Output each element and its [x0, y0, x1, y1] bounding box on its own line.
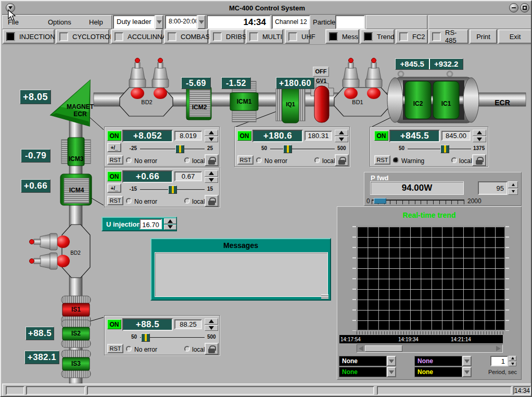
local-radio[interactable]	[451, 157, 457, 163]
spin-up-button[interactable]	[205, 318, 218, 325]
spin-down-button[interactable]	[473, 137, 486, 143]
lock-button[interactable]	[205, 343, 219, 355]
local-radio[interactable]	[314, 157, 320, 163]
vessel-bd2-top[interactable]	[120, 58, 173, 117]
local-radio[interactable]	[184, 157, 190, 163]
spin-up-button[interactable]	[205, 130, 218, 136]
local-radio[interactable]	[184, 198, 190, 204]
rst-button[interactable]: RST	[374, 155, 390, 165]
slider-handle[interactable]	[440, 145, 449, 153]
spin-up-button[interactable]	[473, 130, 486, 136]
u-injection-spinner[interactable]	[164, 218, 176, 230]
plus-minus-button[interactable]: +/_	[107, 183, 121, 193]
period-spinner[interactable]	[509, 356, 516, 366]
u-injection-value[interactable]: 16.70	[140, 219, 162, 229]
spinner[interactable]	[205, 170, 218, 183]
spinner[interactable]	[335, 130, 348, 142]
p-fwd-slider-handle[interactable]	[374, 198, 386, 204]
spinner[interactable]	[205, 318, 218, 331]
y-axis-ticks-left	[352, 226, 356, 331]
on-button[interactable]: ON	[107, 319, 121, 329]
setpoint-field[interactable]: 845.00	[441, 131, 471, 141]
dropdown-button[interactable]	[387, 356, 396, 366]
spin-up-button[interactable]	[164, 218, 176, 224]
trend-channel-select-1[interactable]: None	[339, 356, 396, 366]
on-button[interactable]: ON	[107, 171, 121, 181]
slider-handle[interactable]	[141, 333, 150, 342]
trend-chart[interactable]	[357, 226, 505, 330]
icm2-device[interactable]	[186, 86, 211, 120]
valve-icon[interactable]	[365, 58, 382, 100]
slider-track[interactable]	[140, 189, 205, 191]
rst-button[interactable]: RST	[107, 196, 123, 205]
dropdown-button[interactable]	[462, 356, 472, 366]
trend-channel-select-4[interactable]: None	[414, 367, 472, 377]
spin-up-button[interactable]	[508, 181, 518, 188]
ic-cylinder[interactable]	[387, 71, 479, 123]
selected-value[interactable]: None	[414, 367, 462, 377]
setpoint-field[interactable]: 0.67	[174, 171, 202, 181]
spin-up-button[interactable]	[335, 130, 348, 136]
spin-down-button[interactable]	[509, 362, 516, 367]
valve-icon[interactable]	[152, 58, 169, 100]
error-radio[interactable]	[126, 346, 132, 352]
spin-down-button[interactable]	[205, 137, 218, 143]
rst-button[interactable]: RST	[237, 155, 254, 165]
valve-icon[interactable]	[129, 58, 146, 100]
spin-down-button[interactable]	[205, 177, 218, 183]
local-radio[interactable]	[184, 346, 190, 352]
selected-value[interactable]: None	[339, 356, 387, 366]
slider-track[interactable]	[408, 148, 471, 150]
scroll-right-icon[interactable]	[496, 346, 501, 351]
valve-icon[interactable]	[30, 233, 70, 250]
valve-icon[interactable]	[343, 58, 359, 100]
trend-channel-select-3[interactable]: None	[414, 356, 472, 366]
slider-track[interactable]	[140, 337, 205, 339]
dropdown-button[interactable]	[462, 367, 472, 377]
trend-channel-select-2[interactable]: None	[339, 367, 396, 377]
slider-handle[interactable]	[168, 185, 177, 194]
vessel-bd1[interactable]	[334, 58, 390, 117]
spin-up-button[interactable]	[509, 356, 516, 361]
messages-list[interactable]	[155, 252, 328, 297]
spin-down-button[interactable]	[508, 189, 518, 195]
spin-down-button[interactable]	[164, 225, 176, 230]
lock-button[interactable]	[335, 154, 349, 166]
spin-down-button[interactable]	[335, 137, 348, 143]
error-radio[interactable]	[256, 157, 262, 163]
dropdown-button[interactable]	[387, 367, 396, 377]
slider-handle[interactable]	[175, 145, 184, 153]
spinner[interactable]	[205, 130, 218, 142]
trend-scrollbar[interactable]	[357, 344, 503, 353]
slider-track[interactable]	[270, 148, 335, 150]
scrollbar-thumb[interactable]	[365, 345, 402, 352]
on-button[interactable]: ON	[107, 131, 121, 141]
on-button[interactable]: ON	[374, 131, 388, 141]
rst-button[interactable]: RST	[107, 344, 123, 353]
rst-button[interactable]: RST	[107, 155, 123, 165]
lock-button[interactable]	[472, 154, 486, 166]
setpoint-field[interactable]: 88.25	[174, 319, 202, 329]
error-radio[interactable]	[126, 198, 132, 204]
selected-value[interactable]: None	[414, 356, 462, 366]
slider-track[interactable]	[140, 148, 205, 150]
error-radio[interactable]	[126, 157, 132, 163]
spin-down-button[interactable]	[205, 325, 218, 331]
p-fwd-spinner[interactable]	[508, 181, 518, 195]
spinner[interactable]	[473, 130, 486, 142]
selected-value[interactable]: None	[339, 367, 387, 377]
on-button[interactable]: ON	[237, 131, 251, 141]
lock-button[interactable]	[205, 154, 219, 166]
slider-handle[interactable]	[283, 145, 292, 153]
lock-button[interactable]	[205, 195, 219, 207]
resize-grip-icon[interactable]	[321, 294, 328, 299]
spin-up-button[interactable]	[205, 170, 218, 177]
setpoint-field[interactable]: 180.31	[305, 131, 332, 141]
p-fwd-spin-field[interactable]: 95	[478, 181, 508, 195]
setpoint-field[interactable]: 8.019	[174, 131, 202, 141]
scroll-left-icon[interactable]	[359, 346, 363, 351]
period-input[interactable]: 1	[490, 356, 508, 366]
plus-minus-button[interactable]: +/_	[107, 143, 121, 152]
gv1-off-button[interactable]: OFF	[313, 67, 329, 77]
warning-radio[interactable]	[393, 157, 399, 163]
